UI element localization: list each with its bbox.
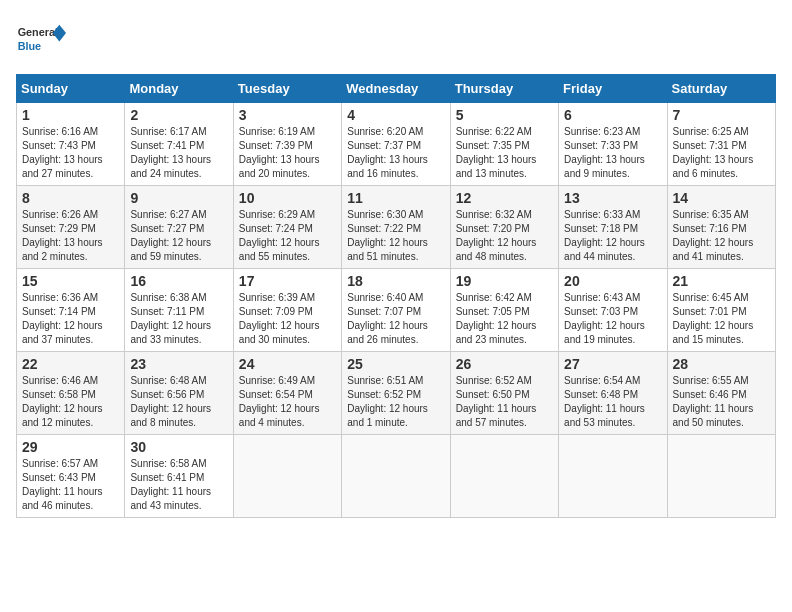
sunset-label: Sunset: 6:43 PM bbox=[22, 472, 96, 483]
sunrise-label: Sunrise: 6:54 AM bbox=[564, 375, 640, 386]
day-number: 18 bbox=[347, 273, 444, 289]
calendar-cell: 20 Sunrise: 6:43 AM Sunset: 7:03 PM Dayl… bbox=[559, 269, 667, 352]
daylight-label: Daylight: 11 hours and 57 minutes. bbox=[456, 403, 537, 428]
day-number: 29 bbox=[22, 439, 119, 455]
daylight-label: Daylight: 13 hours and 6 minutes. bbox=[673, 154, 754, 179]
calendar-cell: 2 Sunrise: 6:17 AM Sunset: 7:41 PM Dayli… bbox=[125, 103, 233, 186]
calendar-cell bbox=[342, 435, 450, 518]
sunset-label: Sunset: 6:50 PM bbox=[456, 389, 530, 400]
day-info: Sunrise: 6:30 AM Sunset: 7:22 PM Dayligh… bbox=[347, 208, 444, 264]
day-number: 19 bbox=[456, 273, 553, 289]
day-number: 5 bbox=[456, 107, 553, 123]
day-number: 26 bbox=[456, 356, 553, 372]
calendar-cell: 9 Sunrise: 6:27 AM Sunset: 7:27 PM Dayli… bbox=[125, 186, 233, 269]
day-info: Sunrise: 6:58 AM Sunset: 6:41 PM Dayligh… bbox=[130, 457, 227, 513]
sunrise-label: Sunrise: 6:48 AM bbox=[130, 375, 206, 386]
daylight-label: Daylight: 11 hours and 50 minutes. bbox=[673, 403, 754, 428]
sunrise-label: Sunrise: 6:23 AM bbox=[564, 126, 640, 137]
sunrise-label: Sunrise: 6:35 AM bbox=[673, 209, 749, 220]
day-number: 16 bbox=[130, 273, 227, 289]
day-number: 25 bbox=[347, 356, 444, 372]
calendar-cell: 30 Sunrise: 6:58 AM Sunset: 6:41 PM Dayl… bbox=[125, 435, 233, 518]
calendar-cell: 11 Sunrise: 6:30 AM Sunset: 7:22 PM Dayl… bbox=[342, 186, 450, 269]
day-number: 28 bbox=[673, 356, 770, 372]
calendar-cell: 21 Sunrise: 6:45 AM Sunset: 7:01 PM Dayl… bbox=[667, 269, 775, 352]
day-info: Sunrise: 6:49 AM Sunset: 6:54 PM Dayligh… bbox=[239, 374, 336, 430]
daylight-label: Daylight: 12 hours and 41 minutes. bbox=[673, 237, 754, 262]
sunrise-label: Sunrise: 6:38 AM bbox=[130, 292, 206, 303]
day-info: Sunrise: 6:36 AM Sunset: 7:14 PM Dayligh… bbox=[22, 291, 119, 347]
sunrise-label: Sunrise: 6:17 AM bbox=[130, 126, 206, 137]
calendar-cell: 28 Sunrise: 6:55 AM Sunset: 6:46 PM Dayl… bbox=[667, 352, 775, 435]
calendar-header-row: SundayMondayTuesdayWednesdayThursdayFrid… bbox=[17, 75, 776, 103]
sunrise-label: Sunrise: 6:16 AM bbox=[22, 126, 98, 137]
day-number: 20 bbox=[564, 273, 661, 289]
daylight-label: Daylight: 12 hours and 30 minutes. bbox=[239, 320, 320, 345]
sunset-label: Sunset: 7:03 PM bbox=[564, 306, 638, 317]
sunset-label: Sunset: 6:46 PM bbox=[673, 389, 747, 400]
day-info: Sunrise: 6:29 AM Sunset: 7:24 PM Dayligh… bbox=[239, 208, 336, 264]
sunrise-label: Sunrise: 6:46 AM bbox=[22, 375, 98, 386]
sunset-label: Sunset: 7:05 PM bbox=[456, 306, 530, 317]
sunset-label: Sunset: 6:54 PM bbox=[239, 389, 313, 400]
day-info: Sunrise: 6:25 AM Sunset: 7:31 PM Dayligh… bbox=[673, 125, 770, 181]
sunset-label: Sunset: 7:09 PM bbox=[239, 306, 313, 317]
sunset-label: Sunset: 7:33 PM bbox=[564, 140, 638, 151]
day-number: 4 bbox=[347, 107, 444, 123]
calendar-cell: 24 Sunrise: 6:49 AM Sunset: 6:54 PM Dayl… bbox=[233, 352, 341, 435]
calendar-cell: 12 Sunrise: 6:32 AM Sunset: 7:20 PM Dayl… bbox=[450, 186, 558, 269]
daylight-label: Daylight: 12 hours and 44 minutes. bbox=[564, 237, 645, 262]
daylight-label: Daylight: 12 hours and 51 minutes. bbox=[347, 237, 428, 262]
day-number: 15 bbox=[22, 273, 119, 289]
daylight-label: Daylight: 12 hours and 12 minutes. bbox=[22, 403, 103, 428]
sunset-label: Sunset: 7:20 PM bbox=[456, 223, 530, 234]
day-info: Sunrise: 6:26 AM Sunset: 7:29 PM Dayligh… bbox=[22, 208, 119, 264]
calendar-cell: 27 Sunrise: 6:54 AM Sunset: 6:48 PM Dayl… bbox=[559, 352, 667, 435]
daylight-label: Daylight: 13 hours and 2 minutes. bbox=[22, 237, 103, 262]
sunrise-label: Sunrise: 6:58 AM bbox=[130, 458, 206, 469]
sunset-label: Sunset: 7:41 PM bbox=[130, 140, 204, 151]
day-number: 7 bbox=[673, 107, 770, 123]
sunset-label: Sunset: 7:22 PM bbox=[347, 223, 421, 234]
sunrise-label: Sunrise: 6:57 AM bbox=[22, 458, 98, 469]
calendar-cell: 22 Sunrise: 6:46 AM Sunset: 6:58 PM Dayl… bbox=[17, 352, 125, 435]
calendar-table: SundayMondayTuesdayWednesdayThursdayFrid… bbox=[16, 74, 776, 518]
sunrise-label: Sunrise: 6:29 AM bbox=[239, 209, 315, 220]
day-info: Sunrise: 6:43 AM Sunset: 7:03 PM Dayligh… bbox=[564, 291, 661, 347]
day-number: 9 bbox=[130, 190, 227, 206]
logo: General Blue bbox=[16, 16, 66, 66]
sunrise-label: Sunrise: 6:55 AM bbox=[673, 375, 749, 386]
calendar-cell: 18 Sunrise: 6:40 AM Sunset: 7:07 PM Dayl… bbox=[342, 269, 450, 352]
sunset-label: Sunset: 7:37 PM bbox=[347, 140, 421, 151]
sunrise-label: Sunrise: 6:39 AM bbox=[239, 292, 315, 303]
daylight-label: Daylight: 11 hours and 46 minutes. bbox=[22, 486, 103, 511]
sunset-label: Sunset: 6:52 PM bbox=[347, 389, 421, 400]
sunset-label: Sunset: 7:31 PM bbox=[673, 140, 747, 151]
calendar-week-4: 22 Sunrise: 6:46 AM Sunset: 6:58 PM Dayl… bbox=[17, 352, 776, 435]
day-info: Sunrise: 6:32 AM Sunset: 7:20 PM Dayligh… bbox=[456, 208, 553, 264]
calendar-week-1: 1 Sunrise: 6:16 AM Sunset: 7:43 PM Dayli… bbox=[17, 103, 776, 186]
daylight-label: Daylight: 12 hours and 4 minutes. bbox=[239, 403, 320, 428]
day-info: Sunrise: 6:57 AM Sunset: 6:43 PM Dayligh… bbox=[22, 457, 119, 513]
daylight-label: Daylight: 11 hours and 53 minutes. bbox=[564, 403, 645, 428]
day-number: 27 bbox=[564, 356, 661, 372]
day-number: 23 bbox=[130, 356, 227, 372]
sunrise-label: Sunrise: 6:26 AM bbox=[22, 209, 98, 220]
calendar-header-saturday: Saturday bbox=[667, 75, 775, 103]
day-info: Sunrise: 6:27 AM Sunset: 7:27 PM Dayligh… bbox=[130, 208, 227, 264]
day-info: Sunrise: 6:54 AM Sunset: 6:48 PM Dayligh… bbox=[564, 374, 661, 430]
day-info: Sunrise: 6:45 AM Sunset: 7:01 PM Dayligh… bbox=[673, 291, 770, 347]
page-header: General Blue bbox=[16, 16, 776, 66]
calendar-cell: 6 Sunrise: 6:23 AM Sunset: 7:33 PM Dayli… bbox=[559, 103, 667, 186]
daylight-label: Daylight: 13 hours and 24 minutes. bbox=[130, 154, 211, 179]
sunrise-label: Sunrise: 6:27 AM bbox=[130, 209, 206, 220]
day-number: 10 bbox=[239, 190, 336, 206]
logo-svg: General Blue bbox=[16, 16, 66, 66]
daylight-label: Daylight: 13 hours and 20 minutes. bbox=[239, 154, 320, 179]
day-number: 22 bbox=[22, 356, 119, 372]
day-info: Sunrise: 6:51 AM Sunset: 6:52 PM Dayligh… bbox=[347, 374, 444, 430]
sunset-label: Sunset: 6:41 PM bbox=[130, 472, 204, 483]
calendar-header-wednesday: Wednesday bbox=[342, 75, 450, 103]
sunrise-label: Sunrise: 6:19 AM bbox=[239, 126, 315, 137]
calendar-cell: 25 Sunrise: 6:51 AM Sunset: 6:52 PM Dayl… bbox=[342, 352, 450, 435]
